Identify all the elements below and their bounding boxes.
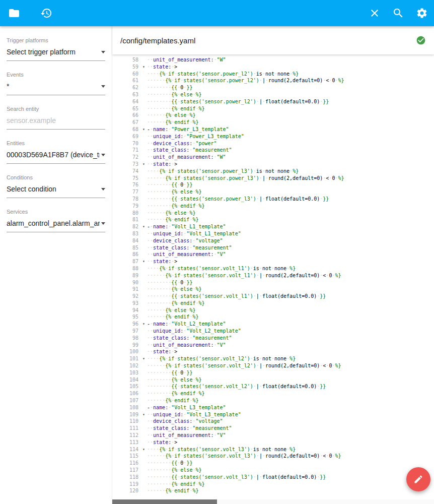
code-line-88[interactable]: 88····{%·if·states('sensor.volt_l1')·is·… (112, 265, 434, 272)
code-line-73[interactable]: 73▾··state:·> (112, 161, 434, 168)
code-line-75[interactable]: 75······{%·if·states('sensor.power_l3')·… (112, 175, 434, 182)
code-line-61[interactable]: 61······{%·if·states('sensor.power_l2')·… (112, 77, 434, 84)
yaml-editor[interactable]: 58··unit_of_measurement:·"W"59▾··state:·… (112, 54, 434, 504)
fold-gutter (140, 84, 147, 91)
code-line-72[interactable]: 72··unit_of_measurement:·"W" (112, 154, 434, 161)
code-line-82[interactable]: 82▾-·name:·"Volt_L1_template" (112, 223, 434, 230)
code-line-116[interactable]: 116········{{·0·}} (112, 460, 434, 467)
fold-gutter (140, 230, 147, 237)
code-line-117[interactable]: 117········{%·else·%} (112, 467, 434, 474)
code-line-79[interactable]: 79········{%·endif·%} (112, 203, 434, 210)
fold-gutter (140, 112, 147, 119)
fold-gutter (140, 56, 147, 64)
code-line-114[interactable]: 114▾····{%·if·states('sensor.volt_l3')·i… (112, 446, 434, 453)
code-line-108[interactable]: 108-·name:·"Volt_L3_template" (112, 404, 434, 411)
code-line-70[interactable]: 70··device_class:·"power" (112, 140, 434, 147)
code-line-81[interactable]: 81······{%·endif·%} (112, 216, 434, 223)
search-entity-input[interactable] (7, 116, 105, 124)
code-line-109[interactable]: 109▾··unique_id:·"Volt_L3_template" (112, 411, 434, 418)
code-line-112[interactable]: 112··unit_of_measurement:·"V" (112, 432, 434, 439)
code-line-77[interactable]: 77········{%·else·%} (112, 188, 434, 196)
line-number: 110 (112, 418, 140, 425)
code-line-76[interactable]: 76········{{·0·}} (112, 181, 434, 188)
code-line-67[interactable]: 67······{%·endif·%} (112, 119, 434, 126)
code-line-103[interactable]: 103········{{·0·}} (112, 369, 434, 376)
code-line-94[interactable]: 94······{%·else·%} (112, 307, 434, 314)
scrollbar-thumb[interactable] (112, 499, 217, 504)
fold-toggle-icon[interactable]: ▾ (140, 64, 147, 71)
code-line-66[interactable]: 66······{%·else·%} (112, 112, 434, 119)
fold-toggle-icon[interactable]: ▾ (140, 411, 147, 418)
code-text: ··unit_of_measurement:·"W" (147, 56, 226, 64)
edit-fab-button[interactable] (406, 467, 430, 491)
code-line-111[interactable]: 111··state_class:·"measurement" (112, 425, 434, 432)
code-line-106[interactable]: 106········{%·endif·%} (112, 390, 434, 397)
code-line-120[interactable]: 120······{%·endif·%} (112, 487, 434, 494)
search-entity-field[interactable] (7, 114, 105, 130)
code-line-65[interactable]: 65········{%·endif·%} (112, 105, 434, 112)
search-icon[interactable] (392, 7, 404, 19)
trigger-platforms-select[interactable]: Select trigger platform (7, 45, 105, 61)
events-select[interactable]: * (7, 80, 105, 95)
code-line-71[interactable]: 71··state_class:·"measurement" (112, 147, 434, 154)
fold-gutter (140, 397, 147, 404)
code-line-96[interactable]: 96▾-·name:·"Volt_L2_template" (112, 321, 434, 328)
code-line-85[interactable]: 85··state_class:·"measurement" (112, 244, 434, 251)
fold-toggle-icon[interactable]: ▾ (140, 126, 147, 133)
code-line-115[interactable]: 115······{%·if·states('sensor.volt_l3')·… (112, 453, 434, 460)
code-line-59[interactable]: 59▾··state:·> (112, 64, 434, 71)
code-line-118[interactable]: 118········{{·states('sensor.volt_l3')·|… (112, 474, 434, 481)
code-text: ······{%·if·states('sensor.volt_l1')·|·r… (147, 272, 341, 279)
folder-icon[interactable] (8, 7, 20, 19)
fold-gutter (140, 77, 147, 84)
history-icon[interactable] (40, 7, 52, 19)
fold-toggle-icon[interactable]: ▾ (140, 161, 147, 168)
code-line-100[interactable]: 100··state:·> (112, 348, 434, 355)
code-line-68[interactable]: 68▾-·name:·"Power_L3_template" (112, 126, 434, 133)
code-line-90[interactable]: 90········{{·0·}} (112, 279, 434, 286)
conditions-select[interactable]: Select condition (7, 182, 105, 198)
fold-toggle-icon[interactable]: ▾ (140, 355, 147, 362)
code-line-84[interactable]: 84··device_class:·"voltage" (112, 237, 434, 244)
code-line-78[interactable]: 78········{{·states('sensor.power_l3')·|… (112, 196, 434, 203)
code-line-69[interactable]: 69··unique_id:·"Power_L3_template" (112, 133, 434, 140)
code-line-107[interactable]: 107······{%·endif·%} (112, 397, 434, 404)
code-line-98[interactable]: 98··state_class:·"measurement" (112, 335, 434, 342)
horizontal-scrollbar[interactable] (112, 499, 434, 504)
fold-toggle-icon[interactable]: ▾ (140, 223, 147, 230)
code-line-92[interactable]: 92········{{·states('sensor.volt_l1')·|·… (112, 293, 434, 300)
file-path: /config/templates.yaml (120, 36, 195, 45)
code-line-95[interactable]: 95······{%·endif·%} (112, 313, 434, 321)
code-line-60[interactable]: 60····{%·if·states('sensor.power_l2')·is… (112, 71, 434, 78)
code-line-101[interactable]: 101▾····{%·if·states('sensor.volt_l2')·i… (112, 355, 434, 362)
code-line-110[interactable]: 110··device_class:·"voltage" (112, 418, 434, 425)
code-line-91[interactable]: 91········{%·else·%} (112, 286, 434, 293)
fold-toggle-icon[interactable]: ▾ (140, 321, 147, 328)
code-line-97[interactable]: 97··unique_id:·"Volt_L2_template" (112, 328, 434, 335)
code-line-105[interactable]: 105········{{·states('sensor.volt_l2')·|… (112, 383, 434, 390)
code-line-64[interactable]: 64········{{·states('sensor.power_l2')·|… (112, 98, 434, 105)
code-line-102[interactable]: 102······{%·if·states('sensor.volt_l2')·… (112, 362, 434, 369)
code-line-62[interactable]: 62········{{·0·}} (112, 84, 434, 91)
entities-select[interactable]: 00003D569A1F8B7 (device_tr… (7, 148, 105, 164)
code-line-89[interactable]: 89······{%·if·states('sensor.volt_l1')·|… (112, 272, 434, 279)
sidebar-field-conditions: ConditionsSelect condition (7, 174, 105, 198)
fold-toggle-icon[interactable]: ▾ (140, 446, 147, 453)
code-line-83[interactable]: 83··unique_id:·"Volt_L1_template" (112, 230, 434, 237)
fold-toggle-icon[interactable]: ▾ (140, 258, 147, 265)
code-line-87[interactable]: 87▾··state:·> (112, 258, 434, 265)
code-line-93[interactable]: 93········{%·endif·%} (112, 300, 434, 307)
code-line-104[interactable]: 104········{%·else·%} (112, 376, 434, 384)
code-text: ······{%·if·states('sensor.volt_l2')·|·r… (147, 362, 341, 369)
close-icon[interactable] (369, 7, 381, 19)
code-line-119[interactable]: 119········{%·endif·%} (112, 481, 434, 488)
code-line-99[interactable]: 99··unit_of_measurement:·"V" (112, 342, 434, 349)
code-line-58[interactable]: 58··unit_of_measurement:·"W" (112, 56, 434, 64)
code-line-63[interactable]: 63········{%·else·%} (112, 91, 434, 98)
code-line-113[interactable]: 113··state:·> (112, 439, 434, 446)
code-line-86[interactable]: 86··unit_of_measurement:·"V" (112, 251, 434, 258)
settings-gear-icon[interactable] (416, 7, 428, 19)
services-select[interactable]: alarm_control_panel.alarm_ar… (7, 217, 105, 232)
code-line-74[interactable]: 74····{%·if·states('sensor.power_l3')·is… (112, 168, 434, 175)
code-line-80[interactable]: 80······{%·else·%} (112, 210, 434, 217)
